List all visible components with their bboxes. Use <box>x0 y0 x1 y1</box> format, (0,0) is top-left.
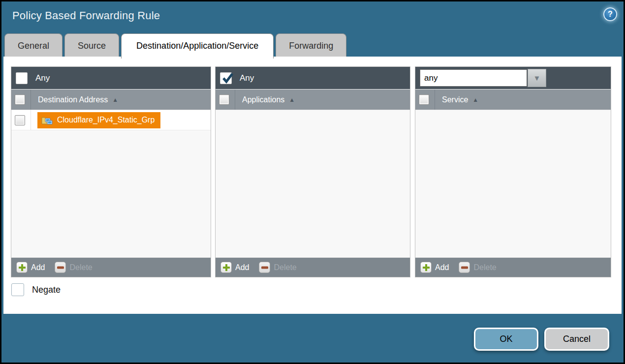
delete-icon[interactable] <box>55 262 66 273</box>
add-button[interactable]: Add <box>235 263 249 272</box>
destination-any-header: Any <box>11 67 211 90</box>
dropdown-arrow-glyph: ▼ <box>533 74 541 82</box>
destination-address-item-label: Cloudflare_IPv4_Static_Grp <box>57 116 155 124</box>
service-list <box>415 110 611 257</box>
cancel-button[interactable]: Cancel <box>544 328 609 351</box>
service-toolbar: Add Delete <box>415 257 611 277</box>
destination-address-column: Any Destination Address ▲ <box>11 66 211 277</box>
help-icon-glyph: ? <box>608 10 613 19</box>
add-icon[interactable] <box>16 262 28 273</box>
column-divider <box>435 90 435 110</box>
sort-ascending-icon: ▲ <box>289 96 295 103</box>
service-dropdown-value[interactable]: any <box>420 69 527 87</box>
applications-toolbar: Add Delete <box>216 257 410 277</box>
applications-any-checkbox[interactable] <box>220 72 232 84</box>
pbf-rule-dialog: Policy Based Forwarding Rule ? General S… <box>1 1 624 363</box>
applications-header-label[interactable]: Applications <box>242 95 284 104</box>
negate-option: Negate <box>11 283 61 296</box>
applications-list <box>216 110 410 257</box>
tab-content-panel: Any Destination Address ▲ <box>3 57 622 314</box>
tab-destination-application-service[interactable]: Destination/Application/Service <box>121 33 274 59</box>
delete-icon[interactable] <box>259 262 270 273</box>
destination-address-item[interactable]: Cloudflare_IPv4_Static_Grp <box>37 112 160 128</box>
service-header-label[interactable]: Service <box>442 95 468 104</box>
tab-bar: General Source Destination/Application/S… <box>4 33 346 58</box>
service-dropdown: any ▼ <box>420 69 546 87</box>
tab-source[interactable]: Source <box>64 33 119 58</box>
destination-address-list: Cloudflare_IPv4_Static_Grp <box>11 110 211 257</box>
add-icon[interactable] <box>420 262 432 273</box>
row-checkbox[interactable] <box>15 115 25 125</box>
address-group-icon <box>41 116 53 125</box>
delete-button[interactable]: Delete <box>274 263 296 272</box>
ok-button[interactable]: OK <box>474 328 538 351</box>
applications-any-header: Any <box>216 67 410 90</box>
add-icon[interactable] <box>220 262 232 273</box>
add-button[interactable]: Add <box>435 263 449 272</box>
destination-any-checkbox[interactable] <box>16 72 28 84</box>
destination-any-label: Any <box>35 73 50 83</box>
destination-address-column-header: Destination Address ▲ <box>11 90 211 110</box>
applications-select-all-checkbox[interactable] <box>219 94 229 105</box>
service-column: any ▼ Service ▲ Add <box>415 66 611 277</box>
negate-checkbox[interactable] <box>11 283 24 296</box>
tab-forwarding[interactable]: Forwarding <box>276 33 346 58</box>
applications-column: Any Applications ▲ Add Delete <box>215 66 410 277</box>
service-column-header: Service ▲ <box>415 90 611 110</box>
destination-select-all-checkbox[interactable] <box>15 94 25 105</box>
column-divider <box>31 90 31 110</box>
sort-ascending-icon: ▲ <box>112 96 118 103</box>
add-button[interactable]: Add <box>31 263 45 272</box>
help-icon[interactable]: ? <box>603 7 617 21</box>
dialog-title: Policy Based Forwarding Rule <box>12 9 160 22</box>
delete-button[interactable]: Delete <box>473 263 496 272</box>
negate-label: Negate <box>32 285 61 295</box>
applications-column-header: Applications ▲ <box>216 90 410 110</box>
sort-ascending-icon: ▲ <box>472 96 478 103</box>
service-select-all-checkbox[interactable] <box>419 94 429 105</box>
destination-toolbar: Add Delete <box>11 257 211 277</box>
column-divider <box>235 90 235 110</box>
tab-general[interactable]: General <box>4 33 62 58</box>
service-dropdown-header: any ▼ <box>415 67 611 90</box>
delete-button[interactable]: Delete <box>69 263 92 272</box>
chevron-down-icon[interactable]: ▼ <box>528 69 546 87</box>
destination-address-header-label[interactable]: Destination Address <box>38 95 108 104</box>
row-divider <box>31 110 31 130</box>
applications-any-label: Any <box>240 73 254 83</box>
checkmark-icon <box>221 71 234 85</box>
delete-icon[interactable] <box>459 262 470 273</box>
table-row: Cloudflare_IPv4_Static_Grp <box>11 110 211 130</box>
